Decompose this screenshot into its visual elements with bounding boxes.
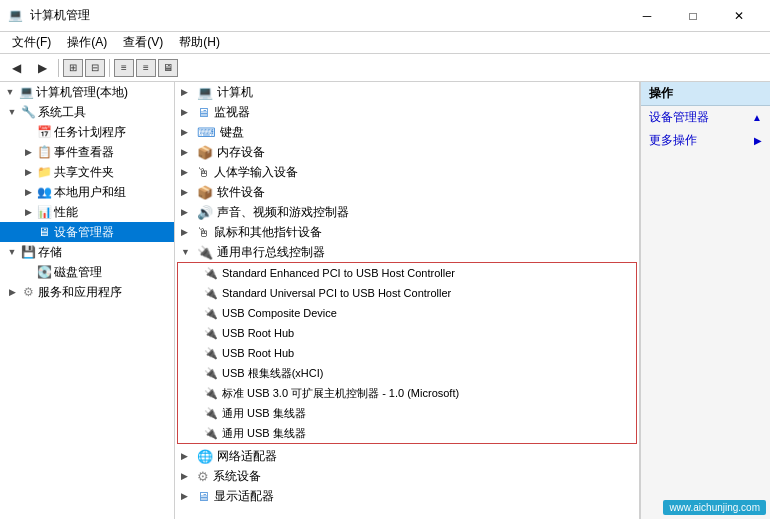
usb-group-border: 🔌 Standard Enhanced PCI to USB Host Cont… (177, 262, 637, 444)
system-tools-icon: 🔧 (20, 104, 36, 120)
display-icon: 🖥 (197, 489, 210, 504)
menu-bar: 文件(F) 操作(A) 查看(V) 帮助(H) (0, 32, 770, 54)
device-mouse[interactable]: ▶ 🖱 鼠标和其他指针设备 (175, 222, 639, 242)
device-hid[interactable]: ▶ 🖱 人体学输入设备 (175, 162, 639, 182)
toolbar-btn-4[interactable]: ≡ (136, 59, 156, 77)
title-bar: 💻 计算机管理 ─ □ ✕ (0, 0, 770, 32)
main-layout: ▼ 💻 计算机管理(本地) ▼ 🔧 系统工具 ▶ 📅 任务计划程序 ▶ 📋 事件… (0, 82, 770, 519)
computer-icon: 💻 (197, 85, 213, 100)
device-audio[interactable]: ▶ 🔊 声音、视频和游戏控制器 (175, 202, 639, 222)
device-display[interactable]: ▶ 🖥 显示适配器 (175, 486, 639, 506)
root-icon: 💻 (18, 84, 34, 100)
expand-mouse: ▶ (181, 227, 197, 237)
app-icon: 💻 (8, 8, 24, 24)
toolbar-back[interactable]: ◀ (4, 57, 28, 79)
action-device-manager[interactable]: 设备管理器 ▲ (641, 106, 770, 129)
device-usb-30[interactable]: 🔌 标准 USB 3.0 可扩展主机控制器 - 1.0 (Microsoft) (178, 383, 636, 403)
device-usb-controller[interactable]: ▼ 🔌 通用串行总线控制器 (175, 242, 639, 262)
mouse-label: 鼠标和其他指针设备 (214, 224, 322, 241)
expand-services: ▶ (4, 282, 20, 302)
toolbar-btn-2[interactable]: ⊟ (85, 59, 105, 77)
shared-icon: 📁 (36, 164, 52, 180)
menu-view[interactable]: 查看(V) (115, 32, 171, 53)
maximize-button[interactable]: □ (670, 0, 716, 32)
toolbar-btn-5[interactable]: 🖥 (158, 59, 178, 77)
expand-device: ▶ (20, 222, 36, 242)
action-more-label: 更多操作 (649, 132, 697, 149)
expand-users: ▶ (20, 182, 36, 202)
expand-system-tools: ▼ (4, 102, 20, 122)
usb-root-hub-2-label: USB Root Hub (222, 347, 294, 359)
sysdev-label: 系统设备 (213, 468, 261, 485)
expand-hid: ▶ (181, 167, 197, 177)
device-usb-root-hub-1[interactable]: 🔌 USB Root Hub (178, 323, 636, 343)
device-usb-hub-1[interactable]: 🔌 通用 USB 集线器 (178, 403, 636, 423)
toolbar-forward[interactable]: ▶ (30, 57, 54, 79)
action-more[interactable]: 更多操作 ▶ (641, 129, 770, 152)
tree-local-users[interactable]: ▶ 👥 本地用户和组 (0, 182, 174, 202)
device-usb-xhci[interactable]: 🔌 USB 根集线器(xHCI) (178, 363, 636, 383)
toolbar-sep-1 (58, 59, 59, 77)
device-memory[interactable]: ▶ 📦 内存设备 (175, 142, 639, 162)
tree-event-viewer[interactable]: ▶ 📋 事件查看器 (0, 142, 174, 162)
tree-services[interactable]: ▶ ⚙ 服务和应用程序 (0, 282, 174, 302)
usb-enhanced-label: Standard Enhanced PCI to USB Host Contro… (222, 267, 455, 279)
tree-disk-mgmt[interactable]: ▶ 💽 磁盘管理 (0, 262, 174, 282)
task-label: 任务计划程序 (54, 124, 126, 141)
audio-icon: 🔊 (197, 205, 213, 220)
storage-icon: 💾 (20, 244, 36, 260)
device-software[interactable]: ▶ 📦 软件设备 (175, 182, 639, 202)
monitor-label: 监视器 (214, 104, 250, 121)
services-label: 服务和应用程序 (38, 284, 122, 301)
menu-file[interactable]: 文件(F) (4, 32, 59, 53)
device-system[interactable]: ▶ ⚙ 系统设备 (175, 466, 639, 486)
device-computer[interactable]: ▶ 💻 计算机 (175, 82, 639, 102)
tree-shared-folders[interactable]: ▶ 📁 共享文件夹 (0, 162, 174, 182)
display-label: 显示适配器 (214, 488, 274, 505)
keyboard-icon: ⌨ (197, 125, 216, 140)
tree-performance[interactable]: ▶ 📊 性能 (0, 202, 174, 222)
expand-event: ▶ (20, 142, 36, 162)
device-network[interactable]: ▶ 🌐 网络适配器 (175, 446, 639, 466)
expand-computer: ▶ (181, 87, 197, 97)
tree-system-tools[interactable]: ▼ 🔧 系统工具 (0, 102, 174, 122)
disk-label: 磁盘管理 (54, 264, 102, 281)
software-icon: 📦 (197, 185, 213, 200)
tree-device-manager[interactable]: ▶ 🖥 设备管理器 (0, 222, 174, 242)
users-label: 本地用户和组 (54, 184, 126, 201)
device-keyboard[interactable]: ▶ ⌨ 键盘 (175, 122, 639, 142)
tree-task-scheduler[interactable]: ▶ 📅 任务计划程序 (0, 122, 174, 142)
toolbar-btn-1[interactable]: ⊞ (63, 59, 83, 77)
menu-help[interactable]: 帮助(H) (171, 32, 228, 53)
tree-storage[interactable]: ▼ 💾 存储 (0, 242, 174, 262)
usb-universal-label: Standard Universal PCI to USB Host Contr… (222, 287, 451, 299)
device-monitor[interactable]: ▶ 🖥 监视器 (175, 102, 639, 122)
tree-root[interactable]: ▼ 💻 计算机管理(本地) (0, 82, 174, 102)
system-tools-label: 系统工具 (38, 104, 86, 121)
expand-sysdev: ▶ (181, 471, 197, 481)
actions-title: 操作 (649, 85, 673, 102)
perf-icon: 📊 (36, 204, 52, 220)
device-label: 设备管理器 (54, 224, 114, 241)
title-text: 计算机管理 (30, 7, 90, 24)
usb-hub-1-icon: 🔌 (204, 407, 218, 420)
toolbar-btn-3[interactable]: ≡ (114, 59, 134, 77)
device-usb-composite[interactable]: 🔌 USB Composite Device (178, 303, 636, 323)
close-button[interactable]: ✕ (716, 0, 762, 32)
expand-task: ▶ (20, 122, 36, 142)
device-usb-enhanced[interactable]: 🔌 Standard Enhanced PCI to USB Host Cont… (178, 263, 636, 283)
device-usb-root-hub-2[interactable]: 🔌 USB Root Hub (178, 343, 636, 363)
services-icon: ⚙ (20, 284, 36, 300)
memory-label: 内存设备 (217, 144, 265, 161)
usb-root-hub-2-icon: 🔌 (204, 347, 218, 360)
usb-universal-icon: 🔌 (204, 287, 218, 300)
expand-perf: ▶ (20, 202, 36, 222)
device-usb-hub-2[interactable]: 🔌 通用 USB 集线器 (178, 423, 636, 443)
expand-storage: ▼ (4, 242, 20, 262)
minimize-button[interactable]: ─ (624, 0, 670, 32)
mouse-icon: 🖱 (197, 225, 210, 240)
device-usb-universal[interactable]: 🔌 Standard Universal PCI to USB Host Con… (178, 283, 636, 303)
toolbar: ◀ ▶ ⊞ ⊟ ≡ ≡ 🖥 (0, 54, 770, 82)
usb-label: 通用串行总线控制器 (217, 244, 325, 261)
menu-action[interactable]: 操作(A) (59, 32, 115, 53)
